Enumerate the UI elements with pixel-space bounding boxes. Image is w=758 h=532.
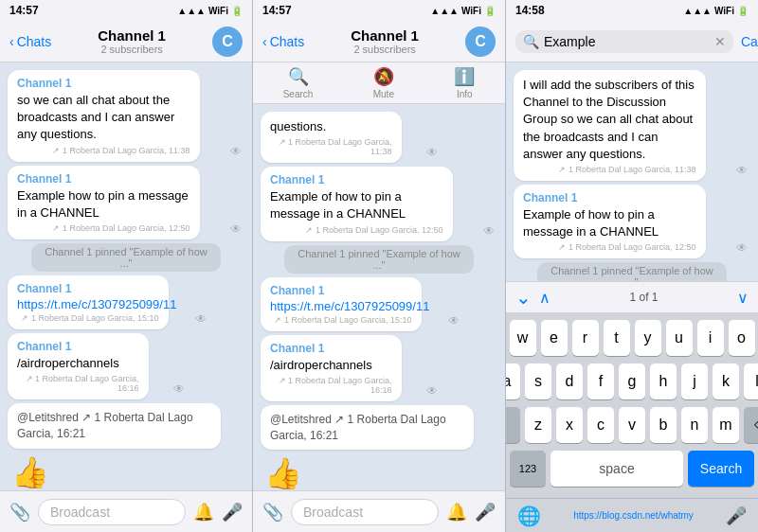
key-y[interactable]: y bbox=[635, 320, 661, 356]
battery-icon-3: 🔋 bbox=[737, 6, 749, 16]
shift-key[interactable]: ⇧ bbox=[506, 407, 520, 443]
search-magnifier-icon: 🔍 bbox=[523, 34, 539, 49]
key-g[interactable]: g bbox=[619, 364, 645, 399]
broadcast-input-2[interactable]: Broadcast bbox=[291, 499, 439, 525]
mic-icon-2[interactable]: 🎤 bbox=[475, 502, 496, 523]
clear-search-button[interactable]: ✕ bbox=[714, 34, 726, 49]
message-text: 👍 bbox=[11, 454, 135, 490]
key-d[interactable]: d bbox=[556, 364, 583, 399]
message-bubble: Channel 1Example of how to pin a message… bbox=[261, 167, 453, 240]
message-text: 👍 bbox=[264, 455, 388, 490]
panel-3: 14:58 ▲▲▲ WiFi 🔋 🔍 ✕ Cancel I will add t… bbox=[506, 0, 758, 532]
eye-icon: 👁 bbox=[736, 241, 748, 255]
key-l[interactable]: l bbox=[744, 364, 758, 399]
message-bubble: 👍↗ 1 Roberta Dal Lago Garcia, 20:04 bbox=[261, 453, 391, 490]
avatar-1[interactable]: C bbox=[212, 27, 243, 57]
battery-icon-2: 🔋 bbox=[484, 6, 496, 16]
back-button-2[interactable]: ‹ Chats bbox=[262, 34, 304, 49]
eye-icon: 👁 bbox=[448, 314, 460, 328]
message-text: questions. bbox=[270, 118, 392, 135]
channel-label: Channel 1 bbox=[17, 340, 139, 353]
key-m[interactable]: m bbox=[713, 407, 739, 443]
nav-bar-2: ‹ Chats Channel 1 2 subscribers C bbox=[253, 21, 505, 62]
mute-toolbar-item[interactable]: 🔕 Mute bbox=[373, 66, 394, 99]
key-v[interactable]: v bbox=[619, 407, 645, 443]
channel-label: Channel 1 bbox=[17, 77, 190, 90]
key-o[interactable]: o bbox=[729, 320, 755, 356]
avatar-2[interactable]: C bbox=[465, 27, 496, 57]
key-h[interactable]: h bbox=[650, 364, 677, 399]
search-input[interactable] bbox=[544, 34, 710, 49]
broadcast-input-1[interactable]: Broadcast bbox=[38, 499, 186, 525]
bell-icon-2[interactable]: 🔔 bbox=[446, 502, 467, 523]
backspace-key[interactable]: ⌫ bbox=[744, 407, 758, 443]
system-message: Channel 1 pinned "Example of how ..." bbox=[31, 243, 221, 272]
key-b[interactable]: b bbox=[650, 407, 677, 443]
back-label-2: Chats bbox=[270, 34, 305, 49]
key-u[interactable]: u bbox=[666, 320, 693, 356]
key-w[interactable]: w bbox=[510, 320, 536, 356]
panel-1: 14:57 ▲▲▲ WiFi 🔋 ‹ Chats Channel 1 2 sub… bbox=[0, 0, 253, 532]
attachment-icon-2[interactable]: 📎 bbox=[262, 502, 283, 523]
search-toolbar-item[interactable]: 🔍 Search bbox=[283, 66, 314, 99]
search-key[interactable]: Search bbox=[688, 451, 754, 487]
eye-icon: 👁 bbox=[426, 384, 438, 398]
key-k[interactable]: k bbox=[713, 364, 739, 399]
info-toolbar-item[interactable]: ℹ️ Info bbox=[454, 66, 475, 99]
channel-label: Channel 1 bbox=[270, 173, 443, 186]
keyboard: qwertyuiopasdfghjkl⇧zxcvbnm⌫123spaceSear… bbox=[506, 312, 758, 498]
eye-icon: 👁 bbox=[230, 222, 242, 236]
eye-icon: 👁 bbox=[173, 382, 185, 396]
keyboard-row-2: ⇧zxcvbnm⌫ bbox=[510, 407, 754, 443]
cancel-search-button[interactable]: Cancel bbox=[741, 34, 758, 49]
status-bar-2: 14:57 ▲▲▲ WiFi 🔋 bbox=[253, 0, 505, 21]
nav-bar-1: ‹ Chats Channel 1 2 subscribers C bbox=[0, 21, 252, 62]
key-i[interactable]: i bbox=[697, 320, 724, 356]
key-a[interactable]: a bbox=[506, 364, 520, 399]
back-label-1: Chats bbox=[17, 34, 52, 49]
eye-icon: 👁 bbox=[230, 145, 242, 158]
battery-icon-1: 🔋 bbox=[231, 6, 243, 16]
message-meta: ↗ 1 Roberta Dal Lago Garcia, 11:38 bbox=[523, 165, 696, 174]
space-key[interactable]: space bbox=[550, 451, 683, 487]
key-z[interactable]: z bbox=[525, 407, 551, 443]
channel-label: Channel 1 bbox=[17, 172, 190, 186]
time-2: 14:57 bbox=[262, 4, 292, 17]
next-result-button[interactable]: ∨ bbox=[737, 289, 749, 307]
channel-label: Channel 1 bbox=[523, 191, 696, 204]
key-c[interactable]: c bbox=[587, 407, 614, 443]
key-n[interactable]: n bbox=[681, 407, 708, 443]
search-results-area: I will add the subscribers of this Chann… bbox=[506, 62, 758, 281]
key-e[interactable]: e bbox=[541, 320, 568, 356]
system-message: Channel 1 pinned "Example of how ..." bbox=[537, 262, 727, 281]
message-bubble: @Letitshred ↗ 1 Roberta Dal Lago Garcia,… bbox=[8, 403, 221, 449]
back-button-1[interactable]: ‹ Chats bbox=[9, 34, 51, 49]
key-f[interactable]: f bbox=[587, 364, 614, 399]
message-meta: ↗ 1 Roberta Dal Lago Garcia, 15:10 bbox=[270, 315, 412, 325]
message-bubble: questions.↗ 1 Roberta Dal Lago Garcia, 1… bbox=[261, 112, 402, 163]
bottom-bar-3: 🌐 https://blog.csdn.net/whatmy 🎤 bbox=[506, 498, 758, 532]
channel-label: Channel 1 bbox=[270, 284, 412, 297]
num-key[interactable]: 123 bbox=[510, 451, 546, 487]
time-1: 14:57 bbox=[9, 4, 39, 17]
message-meta: ↗ 1 Roberta Dal Lago Garcia, 12:50 bbox=[523, 242, 696, 252]
expand-button[interactable]: ⌄ bbox=[515, 286, 532, 309]
message-bubble: Channel 1so we can all chat about the br… bbox=[8, 70, 200, 162]
key-r[interactable]: r bbox=[572, 320, 599, 356]
key-t[interactable]: t bbox=[604, 320, 630, 356]
nav-title-2: Channel 1 2 subscribers bbox=[304, 27, 465, 55]
attachment-icon-1[interactable]: 📎 bbox=[9, 502, 30, 523]
globe-icon[interactable]: 🌐 bbox=[517, 505, 541, 527]
mic-icon-3[interactable]: 🎤 bbox=[726, 505, 747, 526]
mic-icon-1[interactable]: 🎤 bbox=[222, 502, 243, 523]
message-meta: ↗ 1 Roberta Dal Lago Garcia, 12:50 bbox=[17, 223, 190, 233]
key-x[interactable]: x bbox=[556, 407, 583, 443]
channel-name-2: Channel 1 bbox=[304, 27, 465, 44]
bell-icon-1[interactable]: 🔔 bbox=[193, 502, 214, 523]
message-meta: ↗ 1 Roberta Dal Lago Garcia, 11:38 bbox=[270, 137, 392, 156]
message-text: I will add the subscribers of this Chann… bbox=[523, 77, 696, 163]
key-j[interactable]: j bbox=[681, 364, 708, 399]
prev-result-button[interactable]: ∧ bbox=[539, 289, 550, 307]
key-s[interactable]: s bbox=[525, 364, 551, 399]
chat-area-2: questions.↗ 1 Roberta Dal Lago Garcia, 1… bbox=[253, 104, 505, 490]
